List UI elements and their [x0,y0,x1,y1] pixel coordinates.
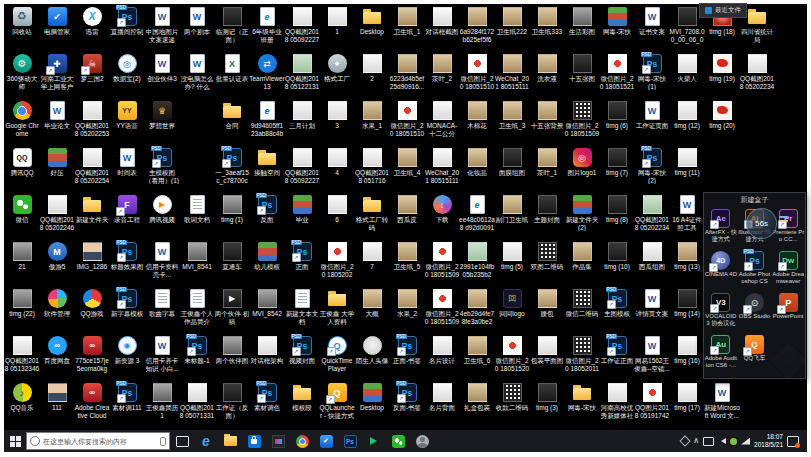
desktop-icon[interactable]: 微信图片_20 180515102... [459,53,495,91]
desktop-icon[interactable]: W创业伙伴3 [144,53,180,83]
desktop-icon[interactable]: W16 A4证件照工具 [669,194,705,231]
desktop-icon[interactable]: 对话框截图 [424,6,460,36]
desktop-icon[interactable]: MVI_8541 [179,241,215,271]
desktop-icon[interactable]: 河南高校优秀新媒体社团... [599,382,635,420]
desktop-icon[interactable]: 王俊鑫 大学人资料 [319,288,355,325]
taskbar-task-view-button[interactable] [170,430,194,452]
desktop-icon[interactable]: PsPSD↗反面-书签 [389,382,425,412]
desktop-icon[interactable]: ✚↗河南工业大学上网客户端 [39,53,75,91]
desktop-icon[interactable]: ✦格式工厂 [319,53,355,83]
desktop-icon[interactable]: Desktop [354,382,390,412]
desktop-icon[interactable]: W工作证页面 [634,100,670,130]
taskbar-contacts-button[interactable] [410,430,434,452]
desktop-icon[interactable]: ∞Adobe Creative Cloud [74,382,110,419]
hidden-icons-chevron-icon[interactable]: ∧ [693,437,699,445]
desktop-icon[interactable]: IMG_1286 [74,241,110,271]
desktop-icon[interactable]: 好压 [39,147,75,177]
desktop-icon[interactable]: 回回回logo [494,288,530,318]
desktop-icon[interactable]: ✔电脑管家 [39,6,75,36]
panel-icon[interactable]: P↗PowerPoint [771,290,805,332]
desktop-icon[interactable]: 4 [319,147,355,177]
desktop-icon[interactable]: 生活彩图 [564,6,600,36]
tray-hardware-icon[interactable] [680,435,691,446]
desktop-icon[interactable]: PsPSD↗网毒-宋扶 (1) [634,53,670,90]
desktop-icon[interactable]: WeChat_201 805151116... [494,53,530,91]
taskbar-file-explorer-button[interactable] [218,430,242,452]
desktop-icon[interactable]: timg (10) [599,241,635,271]
desktop-icon[interactable]: QQ截图2018 0509222746 [284,147,320,185]
desktop-icon[interactable]: ▶两个伙伴 初稿 [214,288,250,325]
desktop-icon[interactable]: X批量认证表 [214,53,250,83]
desktop-icon[interactable]: 歌词文档 [179,194,215,224]
safety-status-icon[interactable] [730,438,737,445]
desktop-icon[interactable]: 新建文本文档 [284,288,320,325]
desktop-icon[interactable]: PsPSD↗标题效果图 [109,241,145,271]
desktop-icon[interactable]: 化妆品 [459,147,495,177]
desktop-icon[interactable]: 卫生纸_3 [494,100,530,130]
desktop-icon[interactable]: F↗录音工程 [109,194,145,224]
desktop-icon[interactable]: W两个剧本 [179,6,215,36]
desktop-icon[interactable]: 水果_1 [354,100,390,130]
desktop-icon[interactable]: ◎数据宝(2) [109,53,145,83]
desktop-icon[interactable]: 收款二维码 [494,382,530,412]
desktop-icon[interactable]: ◉新资源 3 [109,335,145,365]
desktop-icon[interactable]: 6a9284f172 b625ef5f66... [459,6,495,44]
desktop-icon[interactable]: 王俊鑫简历1 [144,382,180,419]
desktop-icon[interactable]: PsPSD↗素材调111 [109,382,145,412]
desktop-icon[interactable]: PsPSD↗主图模板 [599,288,635,318]
desktop-icon[interactable]: W没电脑怎么办? 什么时... [179,53,215,91]
desktop-icon[interactable]: PsPSD↗工作证正面 [599,335,635,365]
desktop-icon[interactable]: 大概 [354,288,390,318]
desktop-icon[interactable]: timg (12) [669,100,705,130]
desktop-icon[interactable]: 3 [319,100,355,130]
desktop-icon[interactable]: M傲游5 [39,241,75,271]
desktop-icon[interactable]: 名片设计 [424,335,460,365]
desktop-icon[interactable]: 水果_2 [389,288,425,318]
desktop-icon[interactable]: 面膜组图 [494,147,530,177]
desktop-icon[interactable]: ⇄TeamViewer 13 [249,53,285,90]
panel-icon[interactable]: Dw↗Adobe Dreamweaver C... [771,248,805,290]
desktop-icon[interactable]: timg (7) [599,147,635,177]
desktop-icon[interactable]: 幼儿模板 [249,241,285,271]
desktop-icon[interactable]: PsPSD↗正面-书签 [389,335,425,365]
desktop-icon[interactable]: ◎图片logo1 [564,147,600,177]
panel-icon[interactable]: Ae↗AfterFX - 快捷方式 [704,206,738,248]
desktop-icon[interactable]: QQ截图2018 0517162... [354,147,390,185]
action-center-icon[interactable] [787,436,799,447]
desktop-icon[interactable]: W时间表 [109,147,145,177]
desktop-icon[interactable]: PsPSD↗直播间控制 [109,6,145,36]
desktop-icon[interactable]: 十五张背景 [529,100,565,130]
desktop-icon[interactable]: 网毒-宋扶 [564,382,600,412]
desktop-icon[interactable]: 7 [354,241,390,271]
panel-icon[interactable]: Au↗Adobe Audition CS6 -... [704,332,738,374]
desktop-icon[interactable]: QQ截图2018 0513234603 [4,335,40,373]
desktop-icon[interactable]: 工作证（反面） [214,382,250,419]
acceleration-ball[interactable]: 56s [746,208,777,239]
desktop-icon[interactable]: X迅雷 [74,6,110,36]
desktop-icon[interactable]: PsPSD↗视频封面 [284,335,320,365]
desktop-icon[interactable]: 火柴人 [669,53,705,83]
desktop-icon[interactable]: 微信图片_20 180515094... [424,241,460,279]
desktop-icon[interactable]: 微信图片_20 180515103... [389,100,425,138]
desktop-icon[interactable]: 腰包 [529,288,565,318]
desktop-icon[interactable]: 接触空间 [249,147,285,177]
desktop-icon[interactable]: 微信 [4,194,40,224]
desktop-icon[interactable]: 洗衣液 [529,53,565,83]
desktop-icon[interactable]: 歌曲字幕 [144,288,180,318]
panel-icon[interactable]: 4D↗CINEMA 4D [704,248,738,290]
desktop-icon[interactable]: ↓下载 [424,194,460,224]
desktop-icon[interactable]: 微信图片_20 180515201... [494,335,530,373]
desktop-icon[interactable]: 新建文件夹 (2) [564,194,600,231]
taskbar-store-button[interactable] [242,430,266,452]
network-icon[interactable] [741,438,750,445]
desktop-icon[interactable]: ∞百度网盘 [39,335,75,365]
desktop-icon[interactable]: timg (20) [704,100,740,130]
desktop[interactable]: ♻回收站✔电脑管家X迅雷PsPSD↗直播间控制W中国地图片 文案速递W两个剧本临… [4,4,807,430]
start-button[interactable] [4,430,26,452]
desktop-icon[interactable]: 副门卫生纸 [494,194,530,224]
desktop-icon[interactable]: PsPSD↗未标题-1 [179,335,215,365]
desktop-icon[interactable]: ☠↗梦三国2 [74,53,110,83]
desktop-icon[interactable]: ▶腾讯视频 [144,194,180,224]
display-icon[interactable] [703,437,714,446]
desktop-icon[interactable]: 合同 [214,100,250,130]
